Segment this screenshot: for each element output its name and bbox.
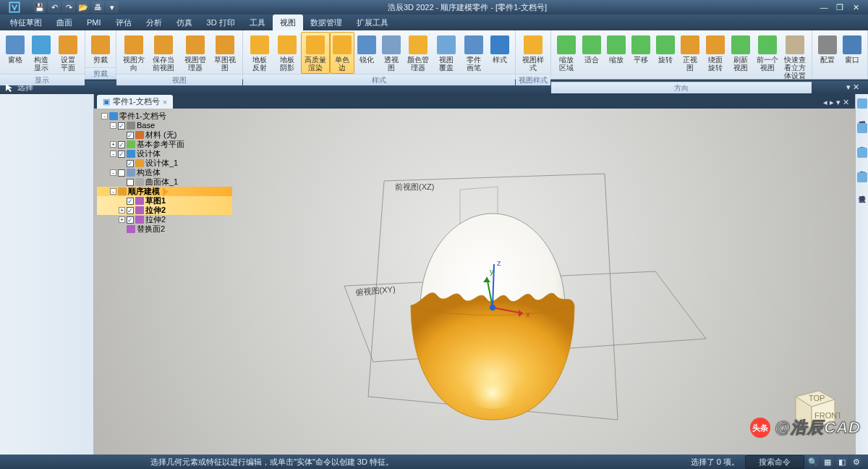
ribbon-btn-5-9[interactable]: 快速查看立方体设置	[781, 32, 809, 82]
dock-label-2[interactable]: 电气库	[856, 162, 868, 168]
ribbon-btn-3-1[interactable]: 地板阴影	[273, 32, 301, 74]
selection-indicator[interactable]: 选择	[4, 82, 33, 93]
ribbon-icon	[607, 35, 626, 54]
document-tab[interactable]: ▣ 零件1-文档号 ×	[97, 95, 173, 109]
ribbon-label: 锐化	[359, 56, 374, 64]
dock-label-0[interactable]: 工程图库	[856, 113, 868, 119]
ribbon-icon	[557, 35, 576, 54]
dock-icon-1[interactable]	[857, 123, 867, 133]
ribbon-label: 地板反射	[249, 56, 271, 72]
ribbon-group-4: 视图样式视图样式	[516, 30, 551, 79]
ribbon-icon	[582, 35, 601, 54]
ribbon-group-1: 剪裁剪裁	[85, 30, 116, 79]
ribbon-btn-5-1[interactable]: 适合	[579, 32, 604, 82]
tab-nav[interactable]: ◂ ▸ ▾ ✕	[817, 96, 855, 109]
maximize-button[interactable]: ❐	[833, 2, 846, 12]
qat-save[interactable]: 💾	[33, 1, 46, 13]
scene-svg: 前视图(XZ) 俯视图(XY) x y	[94, 109, 855, 455]
ribbon-btn-3-4[interactable]: 锐化	[354, 32, 379, 74]
dock-label-1[interactable]: 仿真	[856, 138, 868, 143]
dock-label-3[interactable]: 快速查看	[856, 187, 868, 193]
watermark-logo: 头条	[750, 418, 770, 438]
ribbon-label: 正视图	[681, 56, 699, 72]
shell-highlight	[449, 329, 536, 409]
menu-0[interactable]: 特征草图	[3, 14, 49, 30]
menu-6[interactable]: 3D 打印	[200, 14, 242, 30]
ribbon-btn-5-3[interactable]: 平移	[629, 32, 653, 82]
ribbon-btn-6-1[interactable]: 窗口	[840, 32, 864, 78]
qat-undo[interactable]: ↶	[48, 1, 61, 13]
ribbon-group-label: 视图样式	[516, 74, 550, 85]
qat-redo[interactable]: ↷	[62, 1, 75, 13]
ribbon-icon	[250, 35, 269, 54]
menu-5[interactable]: 仿真	[169, 14, 200, 30]
close-button[interactable]: ✕	[849, 2, 862, 12]
ribbon-btn-1-0[interactable]: 剪裁	[88, 32, 113, 67]
ribbon-btn-0-0[interactable]: 窗格	[3, 32, 27, 74]
ribbon-label: 旋转	[658, 56, 673, 64]
ribbon-btn-3-6[interactable]: 颜色管理器	[404, 32, 433, 74]
ribbon-icon	[437, 35, 456, 54]
menu-10[interactable]: 扩展工具	[349, 14, 396, 30]
ribbon-label: 透视图	[382, 56, 401, 72]
ribbon-icon	[631, 35, 650, 54]
ribbon-btn-3-9[interactable]: 样式	[488, 32, 512, 74]
ribbon-btn-6-0[interactable]: 配置	[815, 32, 840, 78]
status-icon-3[interactable]: ⚙	[851, 457, 862, 467]
ribbon-btn-5-6[interactable]: 绕面旋转	[702, 32, 728, 82]
menu-9[interactable]: 数据管理	[303, 14, 349, 30]
qat-open[interactable]: 📂	[77, 1, 90, 13]
ribbon-group-label: 样式	[243, 74, 514, 85]
svg-point-8	[490, 305, 495, 310]
status-icon-1[interactable]: ▦	[822, 457, 833, 467]
dock-icon-3[interactable]	[857, 172, 867, 182]
ribbon-btn-5-8[interactable]: 前一个视图	[754, 32, 781, 82]
qat-more[interactable]: ▾	[106, 1, 119, 13]
menu-3[interactable]: 评估	[109, 14, 139, 30]
search-icon[interactable]: 🔍	[807, 457, 819, 467]
ribbon-btn-4-0[interactable]: 视图样式	[519, 32, 548, 74]
ribbon-icon	[59, 35, 77, 54]
ribbon-btn-2-2[interactable]: 视图管理器	[179, 32, 210, 74]
minimize-button[interactable]: —	[817, 2, 830, 12]
3d-viewport[interactable]: -零件1-文档号-Base材料 (无)+基本参考平面-设计体设计体_1-构造体曲…	[94, 109, 855, 455]
ribbon-btn-5-7[interactable]: 刷新视图	[728, 32, 754, 82]
menu-4[interactable]: 分析	[139, 14, 169, 30]
ribbon-btn-3-8[interactable]: 零件画笔	[460, 32, 488, 74]
menu-2[interactable]: PMI	[80, 14, 109, 30]
ribbon-btn-3-0[interactable]: 地板反射	[246, 32, 273, 74]
ribbon-btn-2-0[interactable]: 视图方向	[119, 32, 148, 74]
ribbon-btn-5-5[interactable]: 正视图	[678, 32, 702, 82]
panel-dropdown-icon[interactable]: ▾ ✕	[846, 83, 859, 92]
dock-icon-0[interactable]	[857, 98, 867, 109]
ribbon-icon	[154, 35, 173, 54]
ribbon-btn-3-5[interactable]: 透视图	[379, 32, 404, 74]
ribbon-btn-5-2[interactable]: 缩放	[604, 32, 629, 82]
ribbon-btn-2-1[interactable]: 保存当前视图	[148, 32, 179, 74]
ribbon-icon	[32, 35, 51, 54]
tab-close-icon[interactable]: ×	[163, 98, 167, 106]
qat-print[interactable]: 🖶	[91, 1, 104, 13]
ribbon-group-label: 剪裁	[85, 67, 116, 79]
menu-7[interactable]: 工具	[242, 14, 273, 30]
ribbon-btn-3-7[interactable]: 视图覆盖	[433, 32, 461, 74]
ribbon-btn-2-3[interactable]: 草图视图	[210, 32, 239, 74]
ribbon-label: 前一个视图	[757, 56, 778, 72]
ribbon-btn-3-2[interactable]: 高质量渲染	[301, 32, 331, 74]
ribbon-btn-3-3[interactable]: 单色边	[330, 32, 354, 74]
menu-1[interactable]: 曲面	[49, 14, 80, 30]
ribbon-label: 刷新视图	[731, 56, 751, 72]
ribbon-btn-0-2[interactable]: 设置平面	[54, 32, 81, 74]
status-icon-2[interactable]: ◧	[836, 457, 848, 467]
ribbon-btn-5-4[interactable]: 旋转	[653, 32, 678, 82]
menu-8[interactable]: 视图	[273, 14, 303, 30]
ribbon: 窗格构造显示设置平面显示剪裁剪裁视图方向保存当前视图视图管理器草图视图视图地板反…	[0, 30, 868, 80]
ribbon-btn-0-1[interactable]: 构造显示	[27, 32, 54, 74]
ribbon-label: 快速查看立方体设置	[784, 56, 806, 80]
ribbon-btn-5-0[interactable]: 缩放区域	[554, 32, 579, 82]
svg-text:z: z	[497, 258, 501, 267]
selection-label: 选择	[17, 82, 33, 93]
ribbon-group-6: 配置窗口	[812, 30, 868, 79]
command-search[interactable]: 搜索命令	[745, 455, 804, 469]
dock-icon-2[interactable]	[857, 148, 867, 158]
